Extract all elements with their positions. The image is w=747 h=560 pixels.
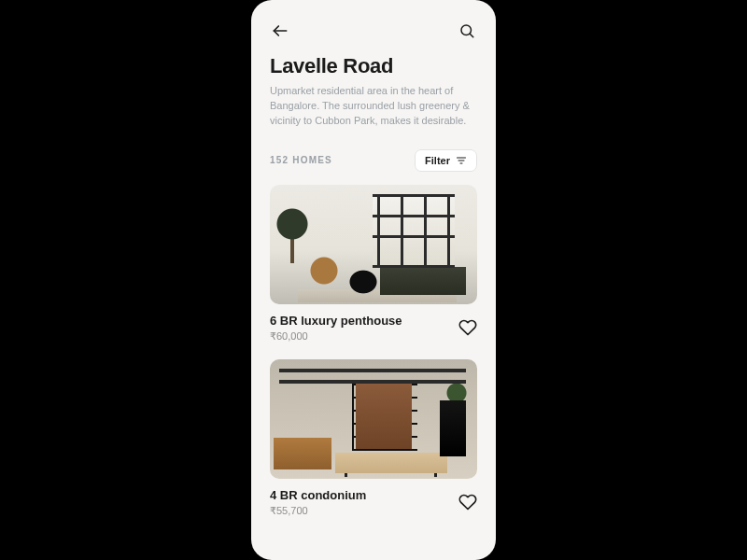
listing-card[interactable]: 4 BR condonium ₹55,700 [270, 359, 477, 517]
listing-list: 6 BR luxury penthouse ₹60,000 4 BR condo… [251, 179, 496, 517]
favorite-button[interactable] [458, 318, 477, 337]
search-icon [458, 22, 475, 39]
back-button[interactable] [270, 21, 290, 41]
listing-screen: Lavelle Road Upmarket residential area i… [251, 0, 496, 560]
meta-row: 152 HOMES Filter [251, 133, 496, 179]
listing-price: ₹55,700 [270, 505, 366, 517]
listing-image [270, 359, 477, 479]
listing-image [270, 185, 477, 304]
heart-icon [458, 493, 477, 511]
filter-button[interactable]: Filter [415, 149, 477, 172]
sliders-icon [456, 155, 467, 166]
svg-point-1 [461, 25, 472, 35]
page-title: Lavelle Road [270, 54, 477, 78]
listing-title: 6 BR luxury penthouse [270, 314, 402, 328]
listing-card[interactable]: 6 BR luxury penthouse ₹60,000 [270, 185, 477, 343]
homes-count: 152 HOMES [270, 155, 332, 165]
title-block: Lavelle Road Upmarket residential area i… [251, 54, 496, 133]
heart-icon [458, 318, 477, 337]
top-bar [251, 0, 496, 50]
svg-line-2 [470, 34, 472, 36]
page-subtitle: Upmarket residential area in the heart o… [270, 84, 475, 129]
listing-price: ₹60,000 [270, 330, 402, 343]
filter-button-label: Filter [425, 155, 450, 166]
search-button[interactable] [457, 21, 477, 41]
arrow-left-icon [271, 21, 289, 40]
favorite-button[interactable] [458, 493, 477, 511]
listing-title: 4 BR condonium [270, 488, 366, 502]
